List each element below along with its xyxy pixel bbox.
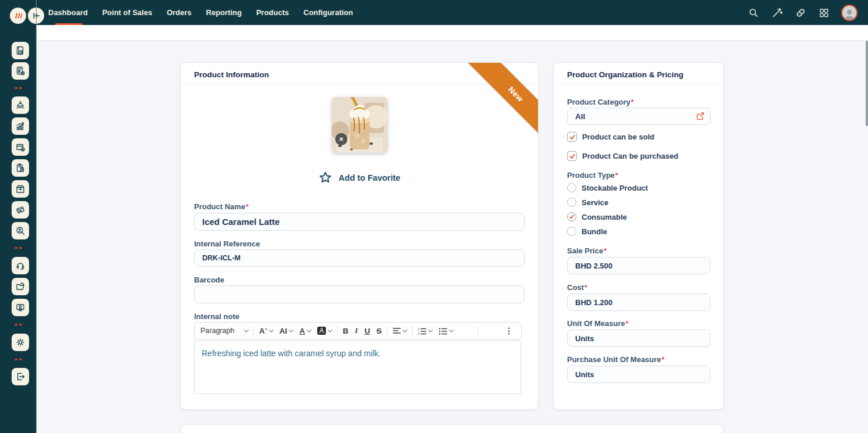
purchase-unit-of-measure-input[interactable]	[567, 366, 711, 383]
calculator-icon[interactable]	[12, 62, 29, 80]
bullet-list-button[interactable]	[437, 326, 454, 336]
apps-grid-icon[interactable]	[819, 8, 829, 18]
chevron-down-icon	[328, 327, 332, 332]
product-name-label: Product Name*	[194, 202, 249, 211]
magic-wand-icon[interactable]	[771, 7, 783, 19]
strikethrough-button[interactable]: S	[375, 325, 383, 337]
headset-icon[interactable]	[12, 257, 29, 274]
product-information-card: Product Information New ✕	[180, 62, 539, 410]
logout-icon[interactable]	[12, 368, 29, 385]
radio-selected-icon	[567, 212, 576, 221]
align-button[interactable]	[392, 326, 408, 335]
svg-text:1: 1	[418, 327, 419, 331]
sidebar-separator	[15, 87, 22, 89]
font-family-button[interactable]: AI	[278, 325, 295, 337]
menu-item-configuration[interactable]: Configuration	[303, 8, 353, 17]
product-category-field	[567, 108, 711, 125]
text-color-button[interactable]: A	[298, 325, 312, 337]
register-book-icon[interactable]	[12, 42, 29, 59]
card-title: Product Information	[194, 70, 269, 79]
toolbar-divider	[412, 325, 413, 336]
product-category-input[interactable]	[567, 108, 711, 125]
screen-icon[interactable]	[12, 299, 29, 316]
sale-price-label: Sale Price*	[567, 246, 607, 255]
radio-bundle[interactable]: Bundle	[567, 227, 607, 236]
radio-consumable[interactable]: Consumable	[567, 212, 627, 221]
clipboard-calc-icon[interactable]	[12, 159, 29, 177]
card-title: Product Organization & Pricing	[567, 70, 683, 79]
star-icon	[318, 171, 332, 185]
breadcrumb-bar	[37, 25, 868, 41]
logo-mark-icon	[13, 11, 23, 20]
menu-item-reporting[interactable]: Reporting	[206, 8, 242, 17]
product-name-input[interactable]	[194, 213, 525, 231]
menu-item-products[interactable]: Products	[256, 8, 289, 17]
internal-reference-input[interactable]	[194, 249, 525, 267]
user-avatar[interactable]	[841, 5, 858, 21]
paragraph-style-select[interactable]: Paragraph	[199, 325, 249, 336]
new-ribbon: New	[462, 62, 539, 148]
chevron-down-icon	[403, 327, 407, 332]
vertical-scrollbar[interactable]	[866, 41, 868, 126]
italic-button[interactable]: I	[354, 325, 359, 337]
sidebar-separator	[15, 247, 22, 249]
menu-item-orders[interactable]: Orders	[167, 8, 192, 17]
richtext-toolbar: Paragraph A≡ AI A A B I U S	[194, 322, 522, 339]
app-logo[interactable]	[10, 8, 26, 24]
search-icon[interactable]	[748, 8, 759, 18]
cost-input[interactable]	[567, 294, 711, 311]
purchase-unit-of-measure-label: Purchase Unit Of Measure*	[567, 355, 665, 364]
sidebar-separator	[15, 359, 22, 360]
kebab-menu-icon[interactable]: ⋮	[501, 326, 517, 335]
sidebar-border-line	[36, 0, 37, 433]
box-add-icon[interactable]	[12, 138, 29, 156]
unit-of-measure-input[interactable]	[567, 330, 711, 347]
top-navbar: Dashboard Point of Sales Orders Reportin…	[0, 0, 868, 25]
toolbar-divider	[253, 325, 254, 336]
chevron-down-icon	[289, 327, 293, 332]
menu-item-dashboard[interactable]: Dashboard	[48, 8, 88, 17]
chevron-down-icon	[269, 327, 274, 332]
radio-unselected-icon	[567, 183, 576, 192]
highlight-color-button[interactable]: A	[316, 325, 333, 336]
gear-icon[interactable]	[12, 334, 29, 351]
sales-chart-icon[interactable]	[12, 117, 29, 135]
remove-image-button[interactable]: ✕	[335, 133, 347, 145]
search-person-icon[interactable]	[12, 222, 29, 239]
product-type-label: Product Type*	[567, 171, 618, 180]
numbered-list-button[interactable]: 1 2	[417, 326, 433, 336]
active-menu-underline	[55, 23, 83, 25]
font-size-button[interactable]: A≡	[258, 325, 274, 337]
unit-of-measure-label: Unit Of Measure*	[567, 319, 628, 328]
toolbar-divider	[387, 325, 388, 336]
bullet-list-icon	[439, 327, 447, 335]
internal-note-label: Internal note	[194, 312, 239, 321]
underline-button[interactable]: U	[363, 325, 371, 337]
sale-price-input[interactable]	[567, 257, 711, 274]
external-link-icon[interactable]	[696, 112, 705, 123]
pill-icon[interactable]	[795, 7, 806, 19]
radio-service[interactable]: Service	[567, 198, 608, 207]
radio-unselected-icon	[567, 227, 576, 236]
person-icon	[843, 8, 856, 20]
can-be-purchased-checkbox[interactable]: Product Can be purchased	[567, 151, 678, 161]
add-to-favorite-button[interactable]: Add to Favorite	[181, 171, 538, 185]
barcode-input[interactable]	[194, 285, 525, 303]
navbar-actions	[748, 0, 858, 25]
card-terminal-icon[interactable]	[12, 201, 29, 219]
card-header-divider	[181, 84, 538, 85]
can-be-sold-checkbox[interactable]: Product can be sold	[567, 132, 654, 142]
product-organization-pricing-card: Product Organization & Pricing Product C…	[553, 62, 724, 410]
package-icon[interactable]	[12, 180, 29, 198]
checkbox-checked-icon	[567, 151, 577, 161]
favorite-label: Add to Favorite	[339, 173, 400, 182]
hand-serving-icon[interactable]	[12, 96, 29, 114]
menu-item-point-of-sales[interactable]: Point of Sales	[102, 8, 152, 17]
internal-note-editor[interactable]: Refreshing iced latte with caramel syrup…	[194, 341, 521, 394]
cost-label: Cost*	[567, 283, 587, 292]
bold-button[interactable]: B	[342, 325, 350, 337]
radio-unselected-icon	[567, 198, 576, 207]
card-header-divider	[554, 84, 723, 85]
radio-stockable-product[interactable]: Stockable Product	[567, 183, 648, 192]
folder-doc-icon[interactable]	[12, 278, 29, 295]
